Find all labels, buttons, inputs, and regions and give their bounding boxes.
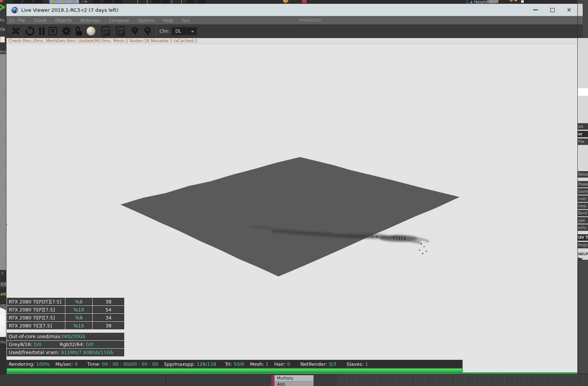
pause-icon[interactable] (39, 25, 44, 37)
attr-label[interactable]: File (577, 138, 588, 145)
material-pin-icon[interactable]: M (144, 25, 151, 37)
c4d-timeline-edge-fragment: 0 0 B arb (0, 270, 6, 304)
c4d-icon-fragment[interactable] (103, 0, 112, 4)
c4d-viewport-fragment[interactable] (0, 54, 6, 270)
c4d-green-tool-icon[interactable] (0, 5, 6, 14)
attr-section-header[interactable]: er (577, 131, 588, 137)
attr-label[interactable]: Gamm (577, 188, 588, 195)
help-label[interactable]: HELP (577, 251, 588, 257)
attr-label[interactable]: extu (577, 224, 588, 231)
out-of-core-row: Out-of-core used/max:0Kb/30Gb (6, 332, 125, 341)
mesh-status-line: Check:0ms./0ms. MeshGen:0ms. Update[M]:0… (6, 38, 577, 44)
c4d-highlighted-tool-icon[interactable] (172, 0, 182, 4)
channel-select[interactable]: DL (172, 27, 197, 35)
minimize-icon (533, 10, 538, 10)
c4d-bottom-area-fragment: Multiply Add (0, 374, 588, 386)
menu-item-multiply[interactable]: Multiply (275, 375, 313, 381)
pick-material-icon[interactable] (101, 25, 110, 37)
attr-section-header[interactable]: UV Tr (577, 234, 588, 241)
stat-time: Time: 00 : 00 : 00/00 : 00 : 00 (87, 361, 158, 367)
c4d-dot-icon[interactable] (510, 0, 513, 2)
render-stats-bar: Rendering: 100% Ms/sec: 0 Time: 00 : 00 … (6, 360, 463, 368)
menu-item-add[interactable]: Add (275, 381, 313, 386)
c4d-dot-icon[interactable] (514, 0, 517, 2)
c4d-red-icon-fragment[interactable] (302, 0, 307, 3)
render-state-label: [FINISHED] (299, 16, 322, 25)
octane-fan-icon[interactable] (11, 25, 21, 37)
c4d-icon-fragment[interactable] (152, 0, 160, 4)
maximize-button[interactable] (544, 4, 561, 16)
menu-gui[interactable]: Gui (182, 18, 189, 23)
c4d-icon-fragment[interactable] (488, 0, 498, 3)
menu-compare[interactable]: Compare (109, 18, 129, 23)
attr-label[interactable]: Bord (577, 210, 588, 216)
c4d-left-edge-fragment: Fo Ob era: 0 0 B arb Heig (0, 4, 6, 374)
menu-cloud[interactable]: Cloud (34, 18, 46, 23)
stat-slaves: Slaves: 1 (346, 361, 368, 367)
gpu-load: %10 (65, 306, 93, 313)
menu-objects[interactable]: Objects (55, 18, 71, 23)
c4d-attribute-panel-fragment: sis er File Reloa Powe Gamm nver inea Bo… (577, 0, 588, 386)
region-render-letter: R (49, 27, 57, 35)
menu-help[interactable]: Help (163, 18, 173, 23)
c4d-active-tool-group[interactable] (49, 0, 79, 4)
menu-options[interactable]: Options (138, 18, 154, 23)
material-sphere[interactable] (0, 307, 6, 340)
c4d-icon-fragment[interactable] (114, 0, 122, 4)
attr-label: sis (577, 123, 588, 130)
c4d-checker-icon[interactable] (521, 0, 526, 3)
c4d-yellow-label: arb (0, 292, 6, 296)
blend-mode-dropdown: Multiply Add (271, 375, 314, 386)
attr-label[interactable]: Proje (577, 242, 588, 248)
window-title: Live Viewer 2019.1-RC3-r2 (7 days left) (21, 7, 119, 13)
c4d-icon-fragment[interactable] (34, 0, 43, 4)
menu-file[interactable]: File (18, 18, 25, 23)
c4d-left-label: Fo (0, 18, 6, 22)
pixel-buffer-row: Grey8/16: 0/0Rgb32/64: 0/0 (6, 340, 125, 349)
vram-row: Used/free/total vram: 911Mb/7.608Gb/11Gb (6, 348, 125, 357)
attr-label[interactable]: nver (577, 195, 588, 202)
gpu-load: %9 (65, 314, 93, 321)
minimize-button[interactable] (527, 4, 544, 16)
maximize-icon (550, 8, 555, 12)
stat-mesh: Mesh: 1 (250, 361, 269, 367)
attr-label[interactable]: ype (577, 217, 588, 224)
refresh-icon[interactable] (25, 25, 35, 37)
gpu-name: RTX 2080 Ti[][7.5] (7, 322, 65, 329)
c4d-icon-fragment[interactable] (13, 0, 21, 4)
c4d-sphere-icon[interactable] (71, 0, 76, 2)
close-button[interactable]: × (561, 4, 577, 16)
lock-resolution-icon[interactable] (76, 27, 82, 35)
timeline-grid-fragment[interactable] (337, 374, 588, 386)
region-render-icon[interactable]: R (49, 25, 57, 37)
c4d-icon-fragment[interactable] (93, 0, 101, 4)
rgb-value: 0/0 (86, 342, 93, 347)
pick-object-icon[interactable] (116, 25, 125, 37)
table-row: RTX 2080 Ti[][7.5] %15 38 (6, 321, 125, 330)
c4d-material-preview-fragment[interactable] (0, 304, 6, 342)
stat-tri: Tri: 50/0 (225, 361, 244, 367)
attr-label[interactable]: inea (577, 203, 588, 209)
attr-label[interactable]: Reloa (577, 171, 588, 178)
c4d-icon-fragment[interactable] (0, 0, 3, 3)
focus-pin-icon[interactable]: F (132, 25, 138, 37)
c4d-sphere-icon[interactable] (283, 0, 288, 3)
gpu-temp: 38 (93, 298, 124, 305)
c4d-icon-fragment[interactable] (198, 0, 206, 4)
c4d-icon-fragment[interactable] (161, 0, 169, 4)
material-ball-icon[interactable] (87, 25, 95, 37)
titlebar[interactable]: Live Viewer 2019.1-RC3-r2 (7 days left) … (6, 4, 577, 16)
menu-materials[interactable]: Materials (81, 18, 101, 23)
c4d-button-fragment[interactable] (0, 37, 5, 43)
c4d-sphere-icon[interactable] (61, 0, 66, 2)
c4d-sphere-icon[interactable] (51, 0, 57, 2)
channel-value: DL (175, 29, 181, 34)
c4d-icon-fragment[interactable] (187, 0, 195, 4)
stat-mssec: Ms/sec: 0 (55, 361, 78, 367)
menu-grip-icon[interactable] (9, 18, 14, 23)
c4d-icon-fragment[interactable] (24, 0, 32, 4)
c4d-highlighted-tool-icon[interactable] (138, 0, 147, 4)
attr-label[interactable]: Powe (577, 181, 588, 187)
gpu-load: %8 (65, 298, 93, 305)
settings-gear-icon[interactable] (61, 25, 71, 37)
